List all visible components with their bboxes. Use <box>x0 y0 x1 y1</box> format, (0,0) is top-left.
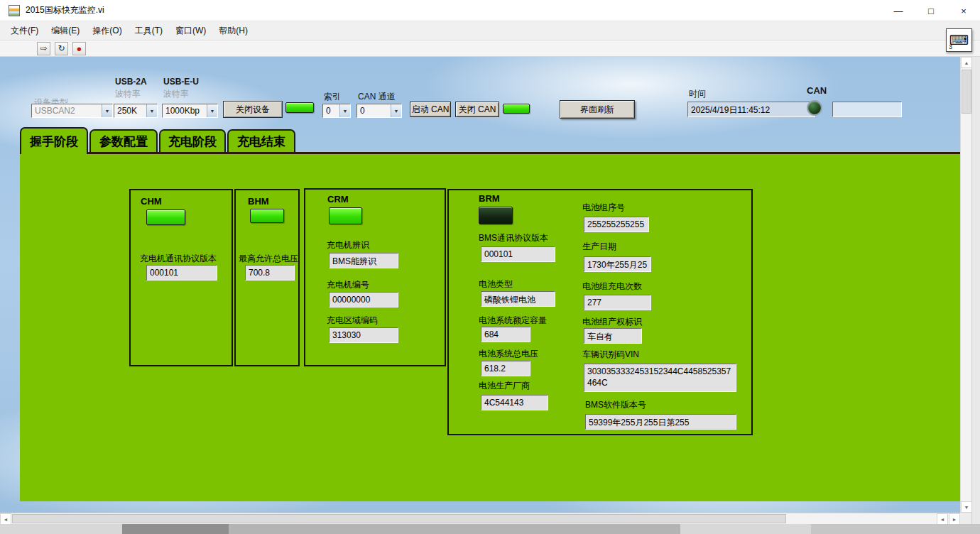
scroll-down-icon[interactable]: ▼ <box>961 501 971 513</box>
usbeu-baud-dropdown[interactable]: 1000Kbp ▼ <box>162 104 218 118</box>
menu-window[interactable]: 窗口(W) <box>169 21 212 40</box>
chevron-down-icon[interactable]: ▼ <box>102 104 112 117</box>
brm-field-value: 车自有 <box>584 328 642 344</box>
title-bar: 2015国标快充监控.vi — □ × <box>0 0 980 21</box>
maximize-button[interactable]: □ <box>915 0 947 21</box>
crm-group-box: CRM 充电机辨识 BMS能辨识 充电机编号 00000000 充电区域编码 3… <box>304 188 446 366</box>
device-type-value: USBCAN2 <box>32 106 102 116</box>
can-message-field <box>832 102 902 117</box>
usbeu-label: USB-E-U <box>163 77 199 87</box>
scroll-up-icon[interactable]: ▲ <box>961 57 971 68</box>
brm-led <box>479 207 513 224</box>
horizontal-scroll-thumb[interactable] <box>12 514 786 523</box>
background-window-fragment <box>680 524 811 534</box>
bhm-led <box>250 209 284 223</box>
close-button[interactable]: × <box>947 0 980 21</box>
chevron-down-icon[interactable]: ▼ <box>339 104 350 117</box>
brm-field-label: 电池生产厂商 <box>479 380 530 392</box>
tab-parameter-config[interactable]: 参数配置 <box>89 129 158 152</box>
index-value: 0 <box>323 106 339 116</box>
close-can-button[interactable]: 关闭 CAN <box>455 102 499 117</box>
can-channel-label: CAN 通道 <box>358 91 396 103</box>
brm-field-value: 277 <box>584 295 651 310</box>
brm-field-value: 4C544143 <box>481 395 548 410</box>
crm-field-label: 充电机编号 <box>327 279 369 291</box>
usb2a-baud-value: 250K <box>114 106 146 116</box>
index-dropdown[interactable]: 0 ▼ <box>322 104 351 118</box>
menu-help[interactable]: 帮助(H) <box>212 21 254 40</box>
brm-field-label: 车辆识别码VIN <box>582 349 639 361</box>
brm-field-value: 684 <box>481 327 530 342</box>
window-controls: — □ × <box>882 0 980 21</box>
front-panel: 设备类型 USBCAN2 ▼ USB-2A 波特率 250K ▼ USB-E-U… <box>0 57 971 513</box>
background-window-fragment <box>811 524 980 534</box>
index-label: 索引 <box>324 91 341 103</box>
brm-field-value: 1730年255月25 <box>584 256 651 272</box>
can-channel-dropdown[interactable]: 0 ▼ <box>356 104 402 118</box>
vi-toolbar: ⇨ ↻ ● <box>0 40 980 57</box>
menu-operate[interactable]: 操作(O) <box>86 21 128 40</box>
minimize-button[interactable]: — <box>882 0 915 21</box>
bhm-field-label: 最高允许总电压 <box>239 253 298 265</box>
handshake-panel: CHM 充电机通讯协议版本 000101 BHM 最高允许总电压 700.8 C… <box>20 152 960 501</box>
keyboard-badge: 3 <box>949 43 952 50</box>
scroll-left-icon[interactable]: ◄ <box>0 513 11 525</box>
scroll-left-icon[interactable]: ◄ <box>937 513 948 525</box>
brm-field-value: 255255255255 <box>584 217 649 232</box>
device-status-led <box>285 102 314 113</box>
app-window: 2015国标快充监控.vi — □ × 文件(F) 编辑(E) 操作(O) 工具… <box>0 0 980 534</box>
crm-title: CRM <box>327 194 349 205</box>
vertical-scrollbar[interactable]: ▲ ▼ <box>960 57 971 513</box>
crm-field-value: 00000000 <box>329 292 398 307</box>
crm-field-label: 充电区域编码 <box>327 315 378 327</box>
brm-field-label: 生产日期 <box>582 241 616 253</box>
brm-field-label: 电池组充电次数 <box>582 280 642 293</box>
chm-led <box>146 209 185 225</box>
brm-field-value: 59399年255月255日第255 <box>585 414 736 430</box>
refresh-ui-button[interactable]: 界面刷新 <box>560 100 635 119</box>
input-method-keyboard-icon[interactable]: ⌨ 3 <box>946 28 972 52</box>
brm-field-label: BMS软件版本号 <box>585 399 646 411</box>
run-icon[interactable]: ⇨ <box>37 42 50 55</box>
brm-field-value: 磷酸铁锂电池 <box>481 291 555 307</box>
usb2a-label: USB-2A <box>115 77 147 87</box>
crm-led <box>329 207 362 224</box>
tab-charging-phase[interactable]: 充电阶段 <box>159 129 226 152</box>
brm-field-value: 000101 <box>481 246 555 262</box>
menu-file[interactable]: 文件(F) <box>4 21 45 40</box>
brm-field-label: 电池组产权标识 <box>582 316 642 328</box>
menu-edit[interactable]: 编辑(E) <box>45 21 86 40</box>
window-title: 2015国标快充监控.vi <box>26 4 104 16</box>
device-type-dropdown[interactable]: USBCAN2 ▼ <box>31 104 113 118</box>
tab-handshake[interactable]: 握手阶段 <box>20 127 88 154</box>
right-gutter <box>971 57 980 534</box>
desktop-strip <box>0 524 980 534</box>
labview-vi-icon <box>9 5 20 16</box>
chevron-down-icon[interactable]: ▼ <box>207 104 217 117</box>
can-status-led <box>503 104 530 114</box>
time-label: 时间 <box>689 88 706 100</box>
menu-tools[interactable]: 工具(T) <box>129 21 169 40</box>
abort-icon[interactable]: ● <box>72 42 86 55</box>
brm-field-label: BMS通讯协议版本 <box>479 232 548 244</box>
brm-field-value: 618.2 <box>481 361 530 376</box>
brm-title: BRM <box>479 193 500 204</box>
chevron-down-icon[interactable]: ▼ <box>146 104 157 117</box>
horizontal-scrollbar[interactable]: ◄ ◄ ► <box>0 513 960 524</box>
bhm-title: BHM <box>248 196 269 207</box>
scroll-right-icon[interactable]: ► <box>949 513 960 525</box>
run-continuous-icon[interactable]: ↻ <box>55 42 68 55</box>
can-channel-value: 0 <box>357 106 391 116</box>
bhm-field-value: 700.8 <box>245 265 295 280</box>
chevron-down-icon[interactable]: ▼ <box>391 104 401 117</box>
close-device-button[interactable]: 关闭设备 <box>223 101 283 118</box>
vertical-scroll-thumb[interactable] <box>962 70 971 114</box>
usb2a-baud-dropdown[interactable]: 250K ▼ <box>114 104 158 118</box>
brm-field-label: 电池组序号 <box>582 202 625 214</box>
brm-field-label: 电池系统额定容量 <box>479 315 547 327</box>
brm-vin-field: 3030353332453152344C4458525357464C <box>584 364 736 392</box>
tab-charging-end[interactable]: 充电结束 <box>227 129 295 152</box>
background-window-fragment <box>0 524 122 534</box>
start-can-button[interactable]: 启动 CAN <box>410 102 451 117</box>
bhm-group-box: BHM 最高允许总电压 700.8 <box>234 189 300 366</box>
